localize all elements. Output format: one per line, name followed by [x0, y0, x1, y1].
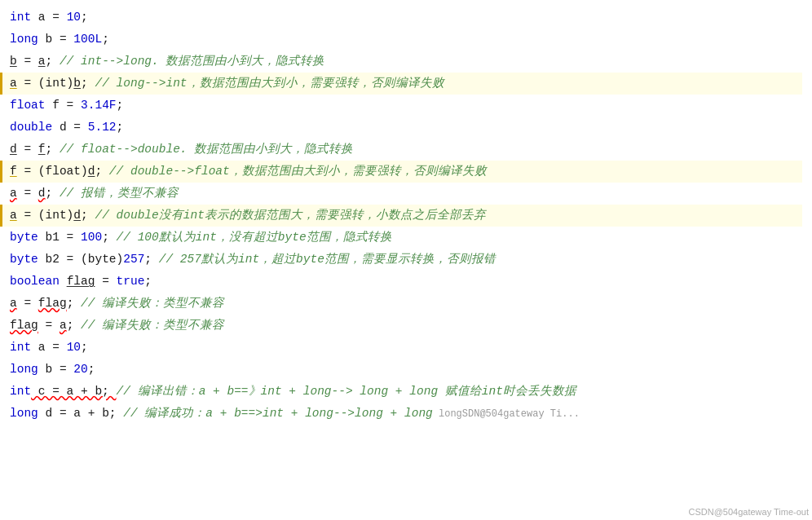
code-token: = [95, 271, 116, 293]
code-token: = [17, 205, 38, 227]
code-token: 3.14F [81, 95, 117, 117]
code-token: // 100默认为int，没有超过byte范围，隐式转换 [117, 227, 392, 249]
code-token: // long-->int，数据范围由大到小，需要强转，否则编译失败 [95, 73, 444, 95]
code-token: long [10, 359, 38, 381]
code-token: c = a + b; [31, 381, 116, 403]
code-token: longSDN@504gateway Ti... [433, 403, 580, 425]
code-token: ; [67, 315, 81, 337]
code-token: // 编译失败：类型不兼容 [81, 315, 224, 337]
code-line-4: a = (int)b; // long-->int，数据范围由大到小，需要强转，… [0, 73, 802, 95]
code-token: int [10, 381, 31, 403]
code-token: float [10, 95, 46, 117]
code-token: = [17, 161, 38, 183]
code-token: d = [52, 117, 88, 139]
code-token: ; [46, 139, 60, 161]
code-token: // float-->double. 数据范围由小到大，隐式转换 [60, 139, 353, 161]
code-token: a [10, 183, 17, 205]
code-line-9: a = d; // 报错，类型不兼容 [10, 183, 802, 205]
code-token: a = [31, 337, 67, 359]
code-token: // 257默认为int，超过byte范围，需要显示转换，否则报错 [159, 249, 496, 271]
code-token: ; [102, 29, 109, 51]
code-token: ; [102, 227, 116, 249]
code-token: d [10, 139, 17, 161]
code-token: // double没有int表示的数据范围大，需要强转，小数点之后全部丢弃 [95, 205, 485, 227]
code-token: f [10, 161, 17, 183]
code-line-17: long b = 20; [10, 359, 802, 381]
code-token: true [117, 271, 145, 293]
code-line-12: byte b2 = (byte)257; // 257默认为int，超过byte… [10, 249, 802, 271]
code-token: 10 [67, 7, 81, 29]
code-token: ; [46, 183, 60, 205]
code-token: byte [10, 227, 38, 249]
code-token: = [17, 293, 38, 315]
code-token: ; [95, 161, 108, 183]
code-token: 20 [73, 359, 87, 381]
code-token [60, 271, 67, 293]
code-line-3: b = a; // int-->long. 数据范围由小到大，隐式转换 [10, 51, 802, 73]
code-token: 100 [81, 227, 102, 249]
code-token: flag [10, 315, 38, 337]
code-token: b1 = [38, 227, 81, 249]
code-token: 100L [73, 29, 102, 51]
code-token: = [17, 51, 38, 73]
code-editor: int a = 10;long b = 100L;b = a; // int--… [0, 0, 812, 520]
code-line-6: double d = 5.12; [10, 117, 802, 139]
code-token: flag [67, 271, 95, 293]
code-line-5: float f = 3.14F; [10, 95, 802, 117]
code-token: ; [144, 271, 152, 293]
code-line-16: int a = 10; [10, 337, 802, 359]
code-token: ; [88, 359, 95, 381]
code-token: boolean [10, 271, 60, 293]
code-token: a [38, 51, 46, 73]
code-token: 257 [123, 249, 144, 271]
code-token: a [60, 315, 67, 337]
code-token: d [88, 161, 95, 183]
code-token: byte [10, 249, 38, 271]
code-token: (float) [38, 161, 88, 183]
code-token: ; [144, 249, 158, 271]
code-token: long [10, 403, 38, 425]
code-token: d [38, 183, 46, 205]
code-token: b = [38, 29, 74, 51]
code-token: d [73, 205, 81, 227]
code-token: f [38, 139, 46, 161]
code-line-10: a = (int)d; // double没有int表示的数据范围大，需要强转，… [0, 205, 802, 227]
code-token: // 编译失败：类型不兼容 [81, 293, 224, 315]
code-token: f = [46, 95, 82, 117]
code-token: a [10, 73, 17, 95]
code-token: d = a + b; [38, 403, 123, 425]
watermark-text: CSDN@504gateway Time-out [688, 507, 809, 517]
code-token: = [17, 139, 38, 161]
code-token: b [10, 51, 17, 73]
code-line-15: flag = a; // 编译失败：类型不兼容 [10, 315, 802, 337]
code-token: a [10, 293, 17, 315]
code-token: (int) [38, 73, 74, 95]
code-token: 5.12 [88, 117, 117, 139]
code-line-11: byte b1 = 100; // 100默认为int，没有超过byte范围，隐… [10, 227, 802, 249]
code-line-19: long d = a + b; // 编译成功：a + b==>int + lo… [10, 403, 802, 425]
code-token: = [38, 315, 60, 337]
code-token: ; [117, 117, 124, 139]
code-token: // 编译出错：a + b==》int + long--> long + lon… [117, 381, 576, 403]
code-token: // int-->long. 数据范围由小到大，隐式转换 [60, 51, 325, 73]
code-token: ; [81, 7, 88, 29]
code-token: = [17, 73, 38, 95]
code-line-2: long b = 100L; [10, 29, 802, 51]
code-token: long [10, 29, 38, 51]
code-token: (int) [38, 205, 74, 227]
code-token: int [10, 337, 31, 359]
code-token: ; [81, 73, 95, 95]
code-line-7: d = f; // float-->double. 数据范围由小到大，隐式转换 [10, 139, 802, 161]
code-token: int [10, 7, 31, 29]
code-line-13: boolean flag = true; [10, 271, 802, 293]
code-token: ; [81, 337, 88, 359]
code-token: ; [46, 51, 60, 73]
code-token: 10 [67, 337, 81, 359]
code-token: a = [31, 7, 67, 29]
code-line-1: int a = 10; [10, 7, 802, 29]
code-token: a [10, 205, 17, 227]
code-line-18: int c = a + b; // 编译出错：a + b==》int + lon… [10, 381, 802, 403]
code-token: b2 = [38, 249, 81, 271]
code-token: ; [67, 293, 81, 315]
code-line-14: a = flag; // 编译失败：类型不兼容 [10, 293, 802, 315]
